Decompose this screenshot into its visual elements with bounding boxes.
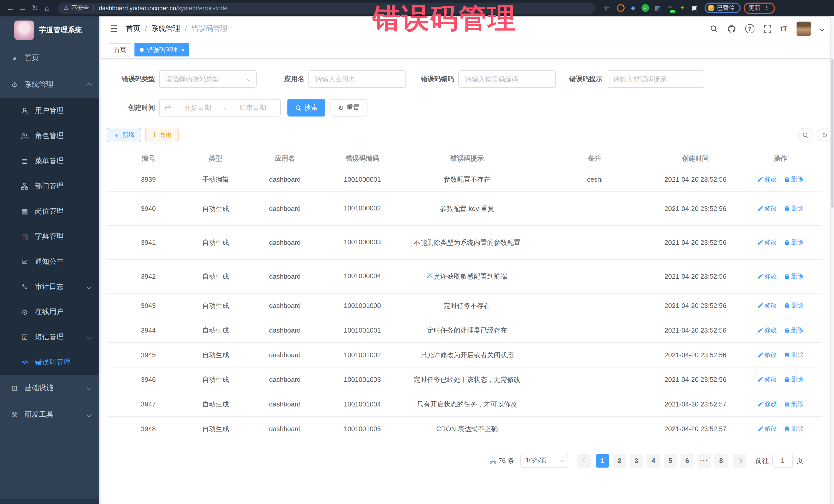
github-icon[interactable]	[727, 24, 736, 33]
sidebar-item-dict[interactable]: ▥字典管理	[0, 224, 101, 249]
list-on-extension-icon[interactable]: ≣on	[666, 4, 674, 12]
error-code-input[interactable]	[459, 71, 555, 87]
next-page-button[interactable]	[733, 454, 746, 467]
page-button-2[interactable]: 2	[613, 454, 626, 467]
delete-link[interactable]: 删除	[784, 175, 804, 184]
app-name-input[interactable]	[309, 71, 405, 87]
app-logo[interactable]: 芋道管理系统	[0, 16, 101, 45]
user-avatar[interactable]	[796, 22, 811, 36]
browser-update-button[interactable]: 更新 ⋮	[743, 2, 775, 14]
error-hint-field[interactable]	[607, 70, 704, 88]
column-header: 编号	[107, 152, 190, 165]
page-button-1[interactable]: 1	[596, 454, 609, 467]
tag-dot-icon	[139, 48, 144, 52]
delete-link[interactable]: 删除	[784, 301, 804, 310]
edit-link[interactable]: 修改	[757, 272, 777, 281]
breadcrumb-item[interactable]: 系统管理	[151, 24, 180, 34]
edit-link[interactable]: 修改	[757, 204, 777, 213]
refresh-table-button[interactable]: ↻	[817, 128, 832, 142]
edit-link[interactable]: 修改	[757, 175, 777, 184]
edit-log-icon: ✎	[21, 283, 29, 291]
sidebar-item-dept[interactable]: 部门管理	[0, 174, 101, 199]
cell-code: 1001001003	[328, 374, 396, 386]
page-size-select[interactable]: 10条/页	[521, 454, 568, 467]
add-button[interactable]: ＋ 新增	[107, 128, 141, 142]
edit-link[interactable]: 修改	[757, 301, 777, 310]
cell-code: 1001000003	[328, 235, 396, 250]
delete-link[interactable]: 删除	[784, 272, 804, 281]
goto-page-input[interactable]	[772, 454, 793, 467]
sidebar-item-menu[interactable]: ≣菜单管理	[0, 148, 101, 174]
cell-id: 3946	[107, 374, 190, 386]
sidebar-item-system[interactable]: ⚙系统管理	[0, 71, 101, 98]
sidebar-item-online[interactable]: ⊙在线用户	[0, 299, 101, 324]
date-range-picker[interactable]: 开始日期 - 结束日期	[159, 99, 281, 116]
browser-back-icon[interactable]: ←	[4, 4, 17, 12]
breadcrumb-item[interactable]: 首页	[126, 24, 140, 34]
edit-link[interactable]: 修改	[757, 375, 777, 384]
key-extension-icon[interactable]: ✦	[679, 4, 686, 12]
sidebar-item-notice[interactable]: ✉通知公告	[0, 249, 101, 274]
error-type-select[interactable]: 请选择错误码类型	[159, 70, 257, 88]
blue-gem-extension-icon[interactable]: ◆	[629, 4, 637, 12]
export-button[interactable]: ↧ 导出	[145, 128, 179, 142]
tag-0[interactable]: 首页	[109, 43, 131, 57]
page-button-8[interactable]: 8	[715, 454, 728, 467]
delete-link[interactable]: 删除	[784, 204, 804, 213]
edit-link[interactable]: 修改	[757, 326, 777, 335]
sidebar-item-errcode[interactable]: </>错误码管理	[0, 350, 101, 375]
sidebar-item-audit[interactable]: ✎审计日志	[0, 274, 101, 299]
delete-link[interactable]: 删除	[784, 351, 804, 359]
chevron-down-icon[interactable]	[820, 24, 824, 34]
puzzle-extensions-icon[interactable]: ▣	[691, 4, 699, 12]
kebab-menu-icon[interactable]: ⋮	[764, 5, 770, 11]
page-button-5[interactable]: 5	[664, 454, 677, 467]
delete-link[interactable]: 删除	[784, 375, 804, 384]
scrollbar-thumb[interactable]	[831, 59, 833, 208]
page-button-3[interactable]: 3	[630, 454, 643, 467]
sidebar-item-infra[interactable]: ⊡基础设施	[0, 375, 101, 401]
sidebar-item-post[interactable]: ▤岗位管理	[0, 199, 101, 224]
reset-button[interactable]: ↻ 重置	[331, 99, 368, 116]
bookmark-star-icon[interactable]: ☆	[600, 3, 613, 13]
error-hint-input[interactable]	[607, 71, 704, 87]
font-size-icon[interactable]: tT	[781, 25, 787, 33]
delete-link[interactable]: 删除	[784, 400, 804, 409]
browser-home-icon[interactable]: ⌂	[41, 4, 53, 12]
help-icon[interactable]: ?	[745, 24, 754, 34]
browser-forward-icon[interactable]: →	[17, 4, 29, 12]
app-name-field[interactable]	[308, 70, 406, 88]
toggle-search-button[interactable]	[798, 128, 812, 142]
search-button[interactable]: 搜索	[287, 99, 325, 116]
sidebar-item-user[interactable]: 用户管理	[0, 98, 101, 123]
edit-link[interactable]: 修改	[757, 351, 777, 359]
grid-extension-icon[interactable]: ▦	[654, 4, 662, 12]
edit-link[interactable]: 修改	[757, 400, 777, 409]
envelope-icon: ✉	[21, 257, 29, 266]
hamburger-icon[interactable]: ☰	[110, 23, 118, 34]
window-scrollbar[interactable]	[830, 16, 834, 504]
sidebar-item-role[interactable]: 角色管理	[0, 123, 101, 148]
browser-profile-chip[interactable]: ☺ 已暂停	[705, 3, 740, 13]
delete-link[interactable]: 删除	[784, 326, 804, 335]
tag-active[interactable]: 错误码管理×	[134, 43, 190, 57]
delete-link[interactable]: 删除	[784, 238, 804, 247]
orange-circle-extension-icon[interactable]	[617, 4, 624, 12]
prev-page-button[interactable]	[577, 454, 591, 467]
page-button-4[interactable]: 4	[647, 454, 660, 467]
sidebar-item-home[interactable]: ◕首页	[0, 45, 101, 71]
page-button-6[interactable]: 6	[681, 454, 694, 467]
sidebar-scrollbar[interactable]	[99, 16, 101, 504]
browser-reload-icon[interactable]: ↻	[29, 3, 41, 13]
delete-link[interactable]: 删除	[784, 424, 804, 433]
sidebar-item-sms[interactable]: ☑短信管理	[0, 324, 101, 350]
edit-link[interactable]: 修改	[757, 424, 777, 433]
close-icon[interactable]: ×	[181, 47, 184, 53]
search-icon[interactable]	[710, 25, 718, 33]
green-check-extension-icon[interactable]: ✓	[641, 4, 649, 12]
sidebar-item-devtools[interactable]: ⚒研发工具	[0, 401, 101, 428]
error-code-field[interactable]	[458, 70, 556, 88]
more-pages-button[interactable]: ···	[698, 454, 711, 467]
edit-link[interactable]: 修改	[757, 238, 777, 247]
fullscreen-icon[interactable]	[764, 25, 771, 32]
